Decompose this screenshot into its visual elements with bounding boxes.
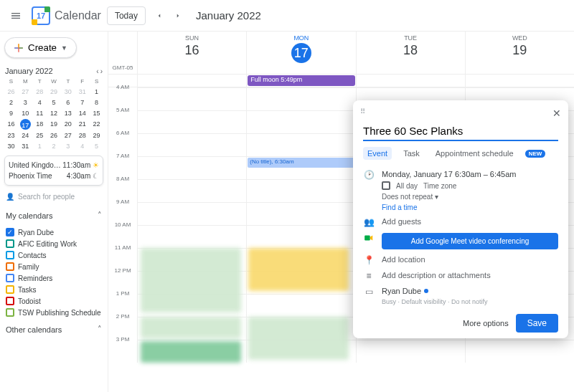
mini-day[interactable]: 7 xyxy=(75,97,89,107)
mini-day[interactable]: 2 xyxy=(47,141,61,151)
mini-next-icon[interactable]: › xyxy=(100,67,103,75)
time-slot[interactable] xyxy=(137,87,246,110)
mini-day[interactable]: 25 xyxy=(33,130,47,140)
mini-day[interactable]: 5 xyxy=(90,141,103,151)
time-slot[interactable] xyxy=(246,225,355,248)
time-slot[interactable] xyxy=(246,202,355,225)
mini-day[interactable]: 22 xyxy=(90,119,103,130)
mini-day[interactable]: 27 xyxy=(61,130,75,140)
time-slot[interactable] xyxy=(137,202,246,225)
add-meet-button[interactable]: Add Google Meet video conferencing xyxy=(382,233,558,249)
tab-task[interactable]: Task xyxy=(399,147,424,160)
drag-handle-icon[interactable]: ⠿ xyxy=(360,107,367,119)
today-button[interactable]: Today xyxy=(107,6,146,25)
hamburger-menu-icon[interactable] xyxy=(6,6,26,26)
mini-day[interactable]: 28 xyxy=(33,87,47,97)
calendar-list-item[interactable]: Contacts xyxy=(4,250,103,260)
mini-day[interactable]: 4 xyxy=(75,141,89,151)
mini-day[interactable]: 13 xyxy=(61,108,75,118)
time-slot[interactable] xyxy=(246,110,355,133)
calendar-list-item[interactable]: Tasks xyxy=(4,285,103,295)
time-slot[interactable] xyxy=(246,87,355,110)
mini-calendar[interactable]: January 2022 ‹ › SMTWTFS2627282930311234… xyxy=(4,65,103,151)
mini-day[interactable]: 8 xyxy=(90,97,103,107)
next-period-button[interactable] xyxy=(170,8,186,24)
calendar-checkbox[interactable] xyxy=(6,239,14,248)
mini-day[interactable]: 19 xyxy=(47,119,61,130)
event-title-input[interactable] xyxy=(363,122,558,141)
mini-day[interactable]: 31 xyxy=(75,87,89,97)
calendar-checkbox[interactable] xyxy=(6,285,14,294)
mini-day[interactable]: 26 xyxy=(47,130,61,140)
time-slot[interactable] xyxy=(137,133,246,156)
calendar-list-item[interactable]: Ryan Dube xyxy=(4,227,103,237)
mini-day[interactable]: 9 xyxy=(4,108,18,118)
create-button[interactable]: Create ▼ xyxy=(4,37,77,58)
time-slot[interactable] xyxy=(137,225,246,248)
mini-day[interactable]: 5 xyxy=(47,97,61,107)
mini-day[interactable]: 18 xyxy=(33,119,47,130)
add-location[interactable]: Add location xyxy=(382,255,558,264)
calendar-list-item[interactable]: Todoist xyxy=(4,296,103,306)
mini-day[interactable]: 30 xyxy=(61,87,75,97)
calendar-checkbox[interactable] xyxy=(6,297,14,305)
mini-day[interactable]: 11 xyxy=(33,108,47,118)
calendar-checkbox[interactable] xyxy=(6,228,14,236)
time-slot[interactable]: (No title), 6:30am xyxy=(246,156,355,179)
calendar-list-item[interactable]: TSW Publishing Schedule xyxy=(4,307,103,317)
repeat-select[interactable]: Does not repeat ▾ xyxy=(382,193,558,201)
day-header[interactable]: MON17 xyxy=(246,32,355,75)
my-calendars-toggle[interactable]: My calendars ˄ xyxy=(4,208,103,223)
mini-day[interactable]: 12 xyxy=(47,108,61,118)
mini-day[interactable]: 14 xyxy=(75,108,89,118)
add-guests[interactable]: Add guests xyxy=(382,217,558,226)
calendar-list-item[interactable]: AFIC Editing Work xyxy=(4,239,103,249)
day-header[interactable]: SUN16 xyxy=(137,32,246,75)
draft-event-chip[interactable]: (No title), 6:30am xyxy=(248,158,354,168)
mini-day[interactable]: 30 xyxy=(4,141,18,151)
mini-day[interactable]: 10 xyxy=(19,108,32,118)
mini-day[interactable]: 3 xyxy=(19,97,32,107)
tab-appointment[interactable]: Appointment schedule xyxy=(431,147,518,160)
mini-prev-icon[interactable]: ‹ xyxy=(96,67,98,75)
mini-day[interactable]: 28 xyxy=(75,130,89,140)
other-calendars-toggle[interactable]: Other calendars ˄ xyxy=(4,322,103,337)
mini-day[interactable]: 16 xyxy=(4,119,18,130)
prev-period-button[interactable] xyxy=(151,8,167,24)
calendar-checkbox[interactable] xyxy=(6,251,14,259)
day-header[interactable]: WED19 xyxy=(465,32,574,75)
save-button[interactable]: Save xyxy=(516,314,558,333)
allday-event[interactable]: Full moon 5:49pm xyxy=(248,75,354,86)
time-slot[interactable] xyxy=(356,340,465,363)
mini-day[interactable]: 21 xyxy=(75,119,89,130)
day-header[interactable]: TUE18 xyxy=(356,32,465,75)
time-slot[interactable] xyxy=(137,110,246,133)
time-slot[interactable] xyxy=(246,133,355,156)
more-options-button[interactable]: More options xyxy=(463,319,509,328)
time-slot[interactable] xyxy=(246,294,355,317)
mini-day[interactable]: 17 xyxy=(20,119,31,130)
mini-day[interactable]: 29 xyxy=(90,130,103,140)
mini-day[interactable]: 1 xyxy=(33,141,47,151)
event-datetime[interactable]: Monday, January 17 6:30am – 6:45am xyxy=(382,170,558,178)
mini-day[interactable]: 1 xyxy=(90,87,103,97)
time-slot[interactable] xyxy=(465,340,574,363)
time-slot[interactable] xyxy=(137,156,246,179)
calendar-checkbox[interactable] xyxy=(6,308,14,317)
timezone-link[interactable]: Time zone xyxy=(423,182,456,190)
tab-event[interactable]: Event xyxy=(363,147,392,160)
mini-day[interactable]: 31 xyxy=(19,141,32,151)
mini-day[interactable]: 27 xyxy=(19,87,32,97)
mini-day[interactable]: 24 xyxy=(19,130,32,140)
mini-day[interactable]: 23 xyxy=(4,130,18,140)
calendar-checkbox[interactable] xyxy=(6,262,14,271)
time-slot[interactable] xyxy=(246,179,355,202)
mini-day[interactable]: 15 xyxy=(90,108,103,118)
mini-day[interactable]: 4 xyxy=(33,97,47,107)
calendar-list-item[interactable]: Reminders xyxy=(4,273,103,283)
mini-day[interactable]: 3 xyxy=(61,141,75,151)
calendar-list-item[interactable]: Family xyxy=(4,262,103,272)
allday-checkbox[interactable] xyxy=(382,181,390,190)
calendar-checkbox[interactable] xyxy=(6,274,14,282)
mini-day[interactable]: 6 xyxy=(61,97,75,107)
